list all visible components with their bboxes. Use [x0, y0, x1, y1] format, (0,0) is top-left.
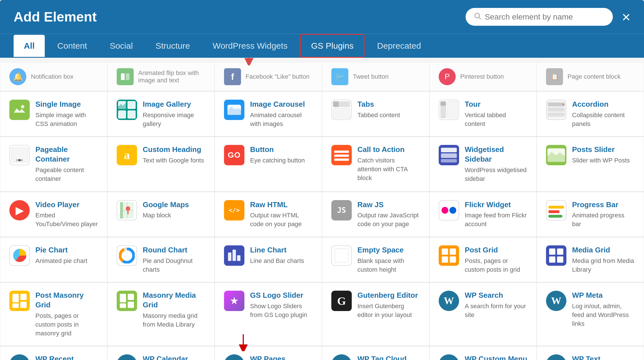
element-text: WP Meta Log in/out, admin, feed and Word… — [572, 291, 635, 328]
element-desc: Embed YouTube/Vimeo player — [35, 211, 98, 229]
svg-rect-60 — [557, 256, 563, 263]
list-item[interactable]: Widgetised Sidebar WordPress widgetised … — [429, 137, 537, 191]
list-item[interactable]: Progress Bar Animated progress bar — [537, 192, 644, 237]
list-item[interactable]: ★ GS Logo Slider Show Logo Sliders from … — [215, 282, 322, 346]
modal-header: Add Element × — [0, 0, 644, 34]
list-item[interactable]: Flickr Widget Image feed from Flickr acc… — [429, 192, 537, 237]
element-text: Custom Heading Text with Google fonts — [143, 145, 205, 165]
element-text: Masonry Media Grid Masonry media grid fr… — [143, 291, 205, 329]
list-item[interactable]: Tabs Tabbed content — [322, 91, 429, 136]
element-desc: Insert Gutenberg editor in your layout — [357, 302, 420, 320]
list-item[interactable]: W WP Meta Log in/out, admin, feed and Wo… — [537, 282, 644, 346]
svg-rect-32 — [334, 155, 349, 157]
list-item[interactable]: GO Button Eye catching button — [215, 137, 322, 191]
element-name: Animated flip box with image and text — [138, 69, 205, 84]
tab-gs-plugins[interactable]: GS Plugins — [300, 34, 364, 58]
tab-deprecated[interactable]: Deprecated — [367, 35, 431, 57]
list-item[interactable]: W WP Custom Menu Use this widget to add … — [429, 346, 537, 360]
list-item[interactable]: Image Gallery Responsive image gallery — [107, 91, 215, 136]
element-text: Flickr Widget Image feed from Flickr acc… — [465, 200, 527, 229]
list-item[interactable]: Pageable Container Pageable content cont… — [0, 137, 107, 191]
list-item[interactable]: Media Grid Media grid from Media Library — [537, 237, 644, 282]
element-text: WP Pages Your sites WordPress Pages — [250, 354, 313, 360]
list-item[interactable]: Masonry Media Grid Masonry media grid fr… — [107, 282, 215, 346]
list-item[interactable]: Image Carousel Animated carousel with im… — [215, 91, 322, 136]
list-item[interactable]: Google Maps Map block — [107, 192, 215, 237]
list-item[interactable]: 📋 Page content block — [537, 62, 644, 91]
element-text: Posts Slider Slider with WP Posts — [572, 145, 635, 165]
svg-rect-51 — [237, 255, 240, 261]
element-text: WP Tag Cloud Your most used tags in clou… — [357, 354, 420, 360]
list-item[interactable]: 🐦 Tweet button — [322, 62, 429, 91]
header-right: × — [466, 8, 630, 26]
svg-rect-16 — [333, 101, 339, 107]
element-desc: Masonry media grid from Media Library — [143, 312, 205, 329]
list-item[interactable]: ▶ Video Player Embed YouTube/Vimeo playe… — [0, 192, 107, 237]
list-item[interactable]: W WP Recent Comments The most recent com… — [0, 346, 107, 360]
list-item[interactable]: 🔔 Notification box — [0, 62, 107, 91]
element-name: Custom Heading — [143, 145, 205, 155]
element-name: Gutenberg Editor — [357, 291, 420, 300]
element-name: Tour — [465, 100, 527, 109]
svg-rect-49 — [228, 252, 231, 261]
element-icon: P — [439, 68, 456, 85]
tab-all[interactable]: All — [14, 35, 45, 57]
svg-point-29 — [21, 159, 23, 161]
svg-rect-4 — [126, 73, 129, 80]
element-text: Raw HTML Output raw HTML code on your pa… — [250, 200, 313, 229]
element-name: Image Carousel — [250, 100, 313, 109]
element-name: WP Tag Cloud — [357, 354, 420, 360]
list-item[interactable]: Round Chart Pie and Doughnut charts — [107, 237, 215, 282]
tab-wordpress-widgets[interactable]: WordPress Widgets — [202, 35, 298, 57]
list-item[interactable]: P Pinterest button — [429, 62, 537, 91]
list-item[interactable]: Tour Vertical tabbed content — [429, 91, 537, 136]
list-item[interactable]: Empty Space Blank space with custom heig… — [322, 237, 429, 282]
search-input[interactable] — [485, 12, 605, 22]
list-item[interactable]: Posts Slider Slider with WP Posts — [537, 137, 644, 191]
svg-rect-21 — [548, 102, 565, 106]
list-item[interactable]: W WP Search A search form for your site — [429, 282, 537, 346]
svg-point-40 — [126, 206, 130, 211]
list-item[interactable]: W WP Text Arbitrary text or HTML — [537, 346, 644, 360]
tab-content[interactable]: Content — [47, 35, 97, 57]
list-item[interactable]: G Gutenberg Editor Insert Gutenberg edit… — [322, 282, 429, 346]
svg-rect-59 — [549, 256, 555, 263]
list-item[interactable]: Single Image Simple image with CSS anima… — [0, 91, 107, 136]
list-item[interactable]: a Custom Heading Text with Google fonts — [107, 137, 215, 191]
list-item[interactable]: Accordion Collapsible content panels — [537, 91, 644, 136]
tab-structure[interactable]: Structure — [145, 35, 200, 57]
element-desc: Slider with WP Posts — [572, 156, 635, 165]
element-name: WP Calendar — [143, 354, 205, 360]
list-item[interactable]: Call to Action Catch visitors attention … — [322, 137, 429, 191]
search-box[interactable] — [466, 8, 613, 26]
list-item[interactable]: </> Raw HTML Output raw HTML code on you… — [215, 192, 322, 237]
list-item[interactable]: Line Chart Line and Bar charts — [215, 237, 322, 282]
svg-rect-9 — [127, 101, 136, 109]
list-item[interactable]: Pie Chart Animated pie chart — [0, 237, 107, 282]
element-row: Single Image Simple image with CSS anima… — [0, 91, 644, 137]
svg-point-0 — [475, 13, 479, 18]
list-item[interactable]: f Facebook "Like" button — [215, 62, 322, 91]
element-text: Video Player Embed YouTube/Vimeo player — [35, 200, 98, 229]
element-desc: Animated pie chart — [35, 257, 98, 265]
close-button[interactable]: × — [622, 10, 630, 24]
list-item[interactable]: Animated flip box with image and text — [107, 62, 215, 91]
element-name: Widgetised Sidebar — [465, 145, 527, 164]
svg-rect-43 — [548, 215, 562, 218]
element-desc: Output raw JavaScript code on your page — [357, 211, 420, 229]
list-item[interactable]: JS Raw JS Output raw JavaScript code on … — [322, 192, 429, 237]
element-text: GS Logo Slider Show Logo Sliders from GS… — [250, 291, 313, 319]
list-item[interactable]: W WP Calendar A calendar of your sites p… — [107, 346, 215, 360]
svg-point-14 — [235, 106, 238, 109]
element-text: WP Calendar A calendar of your sites pos… — [143, 354, 205, 360]
element-text: WP Recent Comments The most recent comme… — [35, 354, 98, 360]
element-name: WP Text — [572, 354, 635, 360]
tab-social[interactable]: Social — [99, 35, 143, 57]
list-item[interactable]: Post Grid Posts, pages or custom posts i… — [429, 237, 537, 282]
list-item[interactable]: W WP Tag Cloud Your most used tags in cl… — [322, 346, 429, 360]
element-desc: A search form for your site — [465, 302, 527, 320]
search-icon — [474, 12, 481, 22]
element-name: WP Custom Menu — [465, 354, 527, 360]
list-item[interactable]: Post Masonry Grid Posts, pages or custom… — [0, 282, 107, 346]
list-item[interactable]: W WP Pages Your sites WordPress Pages — [215, 346, 322, 360]
